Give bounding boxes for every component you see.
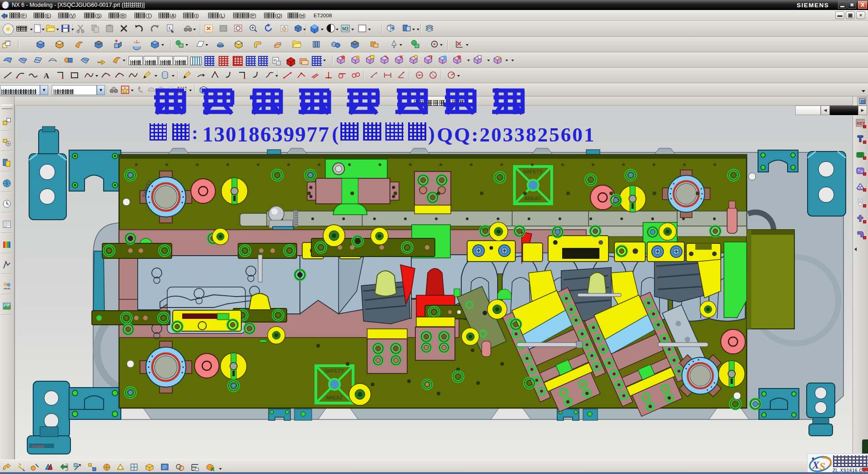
svg-text:XS16680: XS16680	[31, 445, 44, 448]
svg-text:X: X	[812, 459, 820, 471]
svg-text:i: i	[180, 468, 180, 472]
svg-text:S: S	[819, 460, 825, 472]
